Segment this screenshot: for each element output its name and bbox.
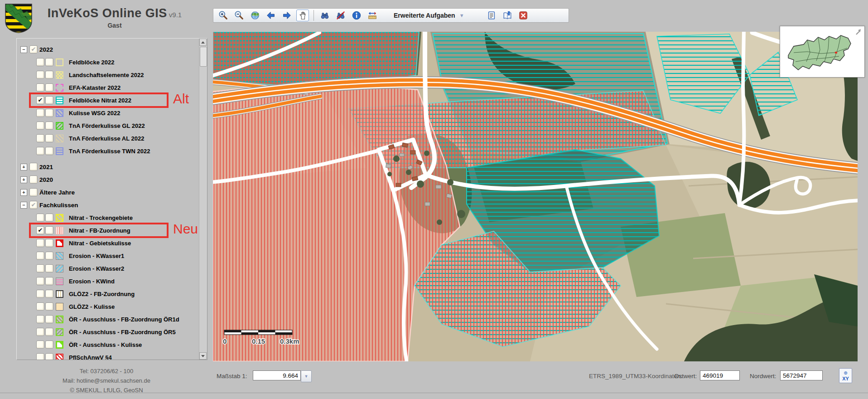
layer-visibility-checkbox[interactable]: ✔ bbox=[36, 96, 44, 104]
layer-select-checkbox[interactable] bbox=[45, 134, 53, 142]
layer-select-checkbox[interactable] bbox=[45, 96, 53, 104]
full-extent-button[interactable] bbox=[249, 10, 261, 21]
layer-item-glöz2-fb-zuordnung[interactable]: GLÖZ2 - FB-Zuordnung bbox=[36, 287, 199, 300]
layer-visibility-checkbox[interactable] bbox=[36, 239, 44, 247]
layer-select-checkbox[interactable] bbox=[45, 252, 53, 260]
collapse-icon[interactable]: − bbox=[20, 202, 27, 209]
expand-icon[interactable]: + bbox=[20, 176, 27, 183]
layer-item-erosion-kwind[interactable]: Erosion - KWind bbox=[36, 275, 199, 287]
scroll-up-icon[interactable] bbox=[199, 39, 207, 46]
layer-item-erosion-kwasser1[interactable]: Erosion - KWasser1 bbox=[36, 249, 199, 262]
measure-button[interactable] bbox=[366, 10, 379, 21]
group-visibility-checkbox[interactable] bbox=[29, 188, 38, 196]
north-input[interactable] bbox=[780, 370, 823, 380]
tree-group-2022[interactable]: −✔2022 bbox=[17, 43, 199, 56]
group-visibility-checkbox[interactable] bbox=[29, 175, 38, 184]
group-visibility-checkbox[interactable]: ✔ bbox=[29, 45, 38, 54]
layer-item-ör-ausschluss-fb-zuordnung-ör5[interactable]: ÖR - Ausschluss - FB-Zuordnung ÖR5 bbox=[36, 326, 199, 338]
layer-item-ör-ausschluss-kulisse[interactable]: ÖR - Ausschluss - Kulisse bbox=[36, 338, 199, 351]
layer-select-checkbox[interactable] bbox=[45, 341, 53, 349]
layer-select-checkbox[interactable] bbox=[45, 302, 53, 311]
close-button[interactable] bbox=[517, 10, 530, 21]
layer-item-landschaftselemente-2022[interactable]: Landschaftselemente 2022 bbox=[36, 68, 199, 81]
layer-item-kulisse-wsg-2022[interactable]: Kulisse WSG 2022 bbox=[36, 107, 199, 119]
layer-select-checkbox[interactable] bbox=[45, 328, 53, 336]
layer-select-checkbox[interactable] bbox=[45, 214, 53, 222]
previous-extent-button[interactable] bbox=[265, 10, 277, 21]
layer-select-checkbox[interactable] bbox=[45, 83, 53, 92]
search-button[interactable] bbox=[318, 10, 331, 21]
scrollbar-thumb[interactable] bbox=[200, 47, 207, 67]
layer-label: ÖR - Ausschluss - Kulisse bbox=[69, 341, 142, 348]
layer-item-tna-förderkulisse-gl-2022[interactable]: TnA Förderkulisse GL 2022 bbox=[36, 119, 199, 132]
layer-visibility-checkbox[interactable] bbox=[36, 264, 44, 272]
layer-item-tna-förderkulisse-al-2022[interactable]: TnA Förderkulisse AL 2022 bbox=[36, 132, 199, 145]
tree-scrollbar[interactable] bbox=[199, 39, 207, 360]
map-canvas[interactable]: 0 0.15 0.3km bbox=[213, 32, 858, 361]
layer-visibility-checkbox[interactable] bbox=[36, 214, 44, 222]
layer-item-nitrat-fb-zuordnung[interactable]: ✔Nitrat - FB-ZuordnungNeu bbox=[36, 224, 199, 237]
layer-visibility-checkbox[interactable] bbox=[36, 71, 44, 79]
advanced-tasks-menu[interactable]: Erweiterte Aufgaben▼ bbox=[394, 12, 464, 19]
layer-item-glöz2-kulisse[interactable]: GLÖZ2 - Kulisse bbox=[36, 300, 199, 313]
layer-select-checkbox[interactable] bbox=[45, 277, 53, 285]
pan-button[interactable] bbox=[296, 10, 309, 21]
zoom-out-button[interactable] bbox=[233, 10, 246, 21]
layer-select-checkbox[interactable] bbox=[45, 58, 53, 66]
layer-item-ör-ausschluss-fb-zuordnung-ör1d[interactable]: ÖR - Ausschluss - FB-Zuordnung ÖR1d bbox=[36, 313, 199, 326]
layer-select-checkbox[interactable] bbox=[45, 290, 53, 298]
layer-visibility-checkbox[interactable] bbox=[36, 328, 44, 336]
clear-search-button[interactable] bbox=[334, 10, 347, 21]
group-visibility-checkbox[interactable] bbox=[29, 163, 38, 171]
tree-group-2021[interactable]: +2021 bbox=[17, 161, 199, 173]
layer-item-feldblöcke-2022[interactable]: Feldblöcke 2022 bbox=[36, 56, 199, 68]
overview-map[interactable] bbox=[780, 26, 865, 78]
layer-select-checkbox[interactable] bbox=[45, 109, 53, 117]
layer-visibility-checkbox[interactable] bbox=[36, 122, 44, 130]
layer-visibility-checkbox[interactable] bbox=[36, 109, 44, 117]
scale-dropdown-button[interactable]: ▼ bbox=[301, 370, 312, 382]
scale-input[interactable] bbox=[253, 370, 301, 380]
goto-xy-button[interactable]: ⊕ XY bbox=[839, 368, 852, 383]
layer-visibility-checkbox[interactable] bbox=[36, 353, 44, 360]
layer-select-checkbox[interactable] bbox=[45, 353, 53, 360]
collapse-icon[interactable]: − bbox=[20, 46, 27, 53]
expand-icon[interactable]: + bbox=[20, 164, 27, 170]
scroll-down-icon[interactable] bbox=[199, 352, 207, 360]
layer-visibility-checkbox[interactable] bbox=[36, 252, 44, 260]
layer-select-checkbox[interactable] bbox=[45, 226, 53, 234]
report-button[interactable] bbox=[485, 10, 498, 21]
layer-visibility-checkbox[interactable] bbox=[36, 83, 44, 92]
layer-visibility-checkbox[interactable] bbox=[36, 315, 44, 323]
layer-visibility-checkbox[interactable] bbox=[36, 302, 44, 311]
next-extent-button[interactable] bbox=[280, 10, 293, 21]
layer-visibility-checkbox[interactable] bbox=[36, 134, 44, 142]
tree-group-fachkulissen[interactable]: −✔Fachkulissen bbox=[17, 199, 199, 211]
layer-select-checkbox[interactable] bbox=[45, 264, 53, 272]
layer-item-erosion-kwasser2[interactable]: Erosion - KWasser2 bbox=[36, 262, 199, 275]
layer-visibility-checkbox[interactable] bbox=[36, 58, 44, 66]
zoom-in-button[interactable] bbox=[217, 10, 230, 21]
identify-button[interactable] bbox=[350, 10, 363, 21]
tree-group-2020[interactable]: +2020 bbox=[17, 173, 199, 186]
layer-item-pflschanwv-4[interactable]: PflSchAnwV §4 bbox=[36, 351, 199, 360]
layer-visibility-checkbox[interactable] bbox=[36, 290, 44, 298]
expand-overview-icon[interactable] bbox=[854, 28, 863, 36]
layer-item-nitrat-gebietskulisse[interactable]: Nitrat - Gebietskulisse bbox=[36, 237, 199, 249]
legend-button[interactable] bbox=[501, 10, 514, 21]
layer-select-checkbox[interactable] bbox=[45, 71, 53, 79]
tree-group-ältere-jahre[interactable]: +Ältere Jahre bbox=[17, 186, 199, 199]
layer-select-checkbox[interactable] bbox=[45, 239, 53, 247]
layer-visibility-checkbox[interactable] bbox=[36, 341, 44, 349]
layer-visibility-checkbox[interactable] bbox=[36, 147, 44, 155]
layer-item-feldblöcke-nitrat-2022[interactable]: ✔Feldblöcke Nitrat 2022Alt bbox=[36, 94, 199, 107]
layer-visibility-checkbox[interactable]: ✔ bbox=[36, 226, 44, 234]
east-input[interactable] bbox=[700, 370, 740, 380]
layer-visibility-checkbox[interactable] bbox=[36, 277, 44, 285]
layer-select-checkbox[interactable] bbox=[45, 147, 53, 155]
group-visibility-checkbox[interactable]: ✔ bbox=[29, 201, 38, 209]
layer-item-tna-förderkulisse-twn-2022[interactable]: TnA Förderkulisse TWN 2022 bbox=[36, 145, 199, 157]
layer-select-checkbox[interactable] bbox=[45, 315, 53, 323]
expand-icon[interactable]: + bbox=[20, 189, 27, 196]
layer-select-checkbox[interactable] bbox=[45, 122, 53, 130]
